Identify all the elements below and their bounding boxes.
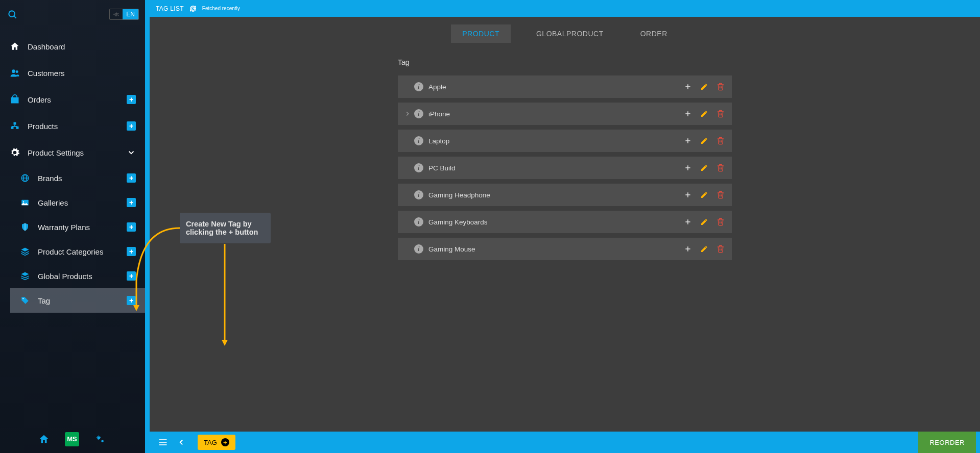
back-button[interactable] xyxy=(172,433,190,451)
sidebar-top: বাং EN xyxy=(0,0,145,28)
edit-button[interactable] xyxy=(699,190,709,200)
edit-button[interactable] xyxy=(699,217,709,227)
sidebar-item-customers[interactable]: Customers xyxy=(0,60,145,86)
plus-icon xyxy=(684,137,692,145)
add-gallery-button[interactable]: + xyxy=(127,198,136,207)
delete-button[interactable] xyxy=(715,163,726,173)
add-child-button[interactable] xyxy=(683,244,693,254)
tab-order[interactable]: ORDER xyxy=(629,24,679,43)
add-child-button[interactable] xyxy=(683,217,693,227)
tag-actions xyxy=(683,217,726,227)
tag-name: Apple xyxy=(428,83,683,91)
info-icon[interactable]: i xyxy=(414,163,423,172)
create-tag-button[interactable]: TAG + xyxy=(198,435,235,450)
sidebar-item-global-products[interactable]: Global Products + xyxy=(10,264,145,288)
add-product-button[interactable]: + xyxy=(127,121,136,131)
delete-button[interactable] xyxy=(715,136,726,146)
delete-button[interactable] xyxy=(715,190,726,200)
delete-button[interactable] xyxy=(715,244,726,254)
info-icon[interactable]: i xyxy=(414,82,423,91)
tag-icon xyxy=(19,296,31,305)
info-icon[interactable]: i xyxy=(414,244,423,254)
bottombar: TAG + REORDER xyxy=(150,432,980,453)
add-child-button[interactable] xyxy=(683,163,693,173)
delete-button[interactable] xyxy=(715,82,726,92)
tag-actions xyxy=(683,109,726,119)
sidebar-item-galleries[interactable]: Galleries + xyxy=(10,190,145,215)
edit-button[interactable] xyxy=(699,163,709,173)
reorder-button[interactable]: REORDER xyxy=(918,432,976,453)
svg-point-3 xyxy=(16,70,18,73)
add-child-button[interactable] xyxy=(683,109,693,119)
tab-globalproduct[interactable]: GLOBALPRODUCT xyxy=(525,24,615,43)
sidebar-item-label: Warranty Plans xyxy=(38,223,127,232)
sidebar-item-dashboard[interactable]: Dashboard xyxy=(0,33,145,60)
tag-name: iPhone xyxy=(428,110,683,118)
edit-button[interactable] xyxy=(699,244,709,254)
sidebar-item-label: Brands xyxy=(38,174,127,183)
search-button[interactable] xyxy=(6,8,18,20)
menu-button[interactable] xyxy=(154,433,172,451)
edit-button[interactable] xyxy=(699,82,709,92)
tag-name: Gaming Headphone xyxy=(428,191,683,199)
refresh-button[interactable] xyxy=(189,5,197,13)
tab-product[interactable]: PRODUCT xyxy=(451,24,511,43)
settings-button[interactable] xyxy=(94,434,106,445)
shield-icon xyxy=(19,222,31,232)
info-icon[interactable]: i xyxy=(414,190,423,199)
main: TAG LIST Fetched recently PRODUCT GLOBAL… xyxy=(150,0,980,453)
tag-name: Gaming Keyboards xyxy=(428,218,683,226)
edit-button[interactable] xyxy=(699,136,709,146)
tag-row[interactable]: iApple xyxy=(398,76,732,98)
sidebar-item-label: Dashboard xyxy=(28,42,136,51)
add-global-product-button[interactable]: + xyxy=(127,271,136,281)
edit-button[interactable] xyxy=(699,109,709,119)
add-brand-button[interactable]: + xyxy=(127,173,136,183)
tag-row[interactable]: iGaming Keyboards xyxy=(398,211,732,233)
add-child-button[interactable] xyxy=(683,82,693,92)
tag-row[interactable]: iGaming Headphone xyxy=(398,184,732,206)
tooltip-create-tag: Create New Tag by clicking the + button xyxy=(180,213,271,243)
lang-bn[interactable]: বাং xyxy=(110,9,123,19)
home-button[interactable] xyxy=(38,434,50,445)
tag-row[interactable]: iiPhone xyxy=(398,103,732,125)
sidebar-item-warranty-plans[interactable]: Warranty Plans + xyxy=(10,215,145,239)
sidebar-item-products[interactable]: Products + xyxy=(0,113,145,139)
delete-button[interactable] xyxy=(715,217,726,227)
trash-icon xyxy=(716,191,725,199)
sidebar-item-label: Global Products xyxy=(38,272,127,281)
sidebar-item-product-settings[interactable]: Product Settings xyxy=(0,139,145,166)
sidebar-item-tag[interactable]: Tag + xyxy=(10,288,145,313)
users-icon xyxy=(9,68,20,78)
add-child-button[interactable] xyxy=(683,136,693,146)
info-icon[interactable]: i xyxy=(414,217,423,226)
sidebar-item-brands[interactable]: Brands + xyxy=(10,166,145,190)
info-icon[interactable]: i xyxy=(414,136,423,145)
add-category-button[interactable]: + xyxy=(127,247,136,256)
hamburger-icon xyxy=(158,437,168,447)
sidebar-item-product-categories[interactable]: Product Categories + xyxy=(10,239,145,264)
tag-row[interactable]: iLaptop xyxy=(398,130,732,152)
add-order-button[interactable]: + xyxy=(127,95,136,104)
home-icon xyxy=(38,434,50,445)
tag-actions xyxy=(683,163,726,173)
delete-button[interactable] xyxy=(715,109,726,119)
gear-icon xyxy=(9,147,20,158)
sidebar-item-label: Product Categories xyxy=(38,247,127,256)
tag-row[interactable]: iPC Build xyxy=(398,157,732,179)
add-tag-button[interactable]: + xyxy=(127,296,136,305)
tag-row[interactable]: iGaming Mouse xyxy=(398,238,732,260)
submenu-product-settings: Brands + Galleries + Warranty Plans + xyxy=(0,166,145,313)
layers-icon xyxy=(19,247,31,256)
pencil-icon xyxy=(700,164,708,172)
trash-icon xyxy=(716,164,725,172)
info-icon[interactable]: i xyxy=(414,109,423,118)
add-child-button[interactable] xyxy=(683,190,693,200)
ms-badge-button[interactable]: MS xyxy=(65,432,79,446)
pencil-icon xyxy=(700,218,708,226)
lang-en[interactable]: EN xyxy=(123,9,138,19)
add-warranty-button[interactable]: + xyxy=(127,222,136,232)
globe-icon xyxy=(19,173,31,183)
sidebar-item-orders[interactable]: Orders + xyxy=(0,86,145,113)
tag-actions xyxy=(683,190,726,200)
